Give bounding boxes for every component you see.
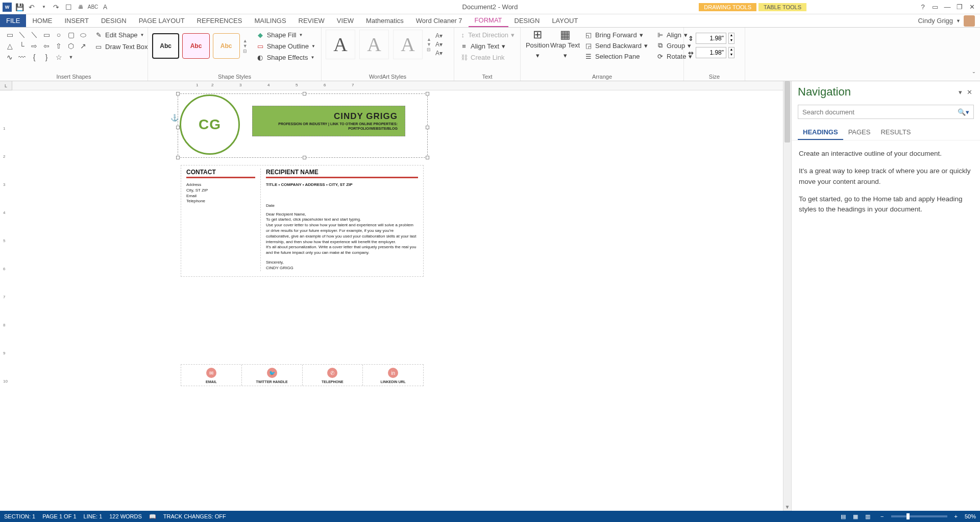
shape-style-preset-2[interactable]: Abc xyxy=(182,33,209,59)
selection-pane-button[interactable]: ☰Selection Pane xyxy=(583,51,649,61)
width-spinner[interactable]: ▲▼ xyxy=(728,47,734,58)
shape-width-input[interactable] xyxy=(696,47,726,58)
undo-dropdown-icon[interactable]: ▼ xyxy=(39,2,49,12)
status-words[interactable]: 122 WORDS xyxy=(109,513,142,519)
shape-style-preset-3[interactable]: Abc xyxy=(213,33,240,59)
handle-n[interactable] xyxy=(303,92,306,96)
print-layout-icon[interactable]: ▦ xyxy=(850,512,861,521)
scroll-down-icon[interactable]: ▼ xyxy=(783,504,791,510)
nav-tab-pages[interactable]: PAGES xyxy=(843,125,876,140)
tab-word-cleaner[interactable]: Word Cleaner 7 xyxy=(410,14,469,27)
create-link-button[interactable]: ⛓Create Link xyxy=(458,52,516,62)
shape-line-icon[interactable]: ＼ xyxy=(16,30,28,40)
shape-fill-button[interactable]: ◆Shape Fill ▼ xyxy=(255,30,317,40)
header-banner[interactable]: CINDY GRIGG PROFESSION OR INDUSTRY | LIN… xyxy=(252,106,405,136)
shape-style-preset-1[interactable]: Abc xyxy=(152,33,179,59)
quick-print-icon[interactable]: 🖶 xyxy=(76,2,86,12)
shape-elbow-icon[interactable]: └ xyxy=(16,41,28,51)
shape-outline-button[interactable]: ▭Shape Outline ▼ xyxy=(255,41,317,51)
text-direction-button[interactable]: ↕Text Direction▾ xyxy=(458,30,516,40)
status-line[interactable]: LINE: 1 xyxy=(84,513,103,519)
shape-more1-icon[interactable]: ⬭ xyxy=(78,30,89,40)
wa-down-icon[interactable]: ▼ xyxy=(427,42,431,47)
tab-review[interactable]: REVIEW xyxy=(292,14,331,27)
gallery-down-icon[interactable]: ▼ xyxy=(243,43,248,49)
tab-insert[interactable]: INSERT xyxy=(58,14,94,27)
handle-se[interactable] xyxy=(426,156,429,159)
height-spinner[interactable]: ▲▼ xyxy=(728,33,734,44)
wa-more-icon[interactable]: ⊟ xyxy=(427,47,431,52)
wa-up-icon[interactable]: ▲ xyxy=(427,37,431,42)
spell-check-icon[interactable]: ABC xyxy=(88,2,98,12)
handle-e[interactable] xyxy=(426,126,429,129)
nav-tab-results[interactable]: RESULTS xyxy=(875,125,916,140)
scroll-thumb[interactable] xyxy=(785,81,790,143)
wordart-preset-3[interactable]: A xyxy=(393,30,423,59)
shape-curve2-icon[interactable]: 〰 xyxy=(16,52,28,62)
zoom-out-icon[interactable]: − xyxy=(880,513,884,519)
proofing-icon[interactable]: 📖 xyxy=(149,513,156,520)
text-effects-icon[interactable]: A▾ xyxy=(435,50,443,57)
tab-table-layout[interactable]: LAYOUT xyxy=(546,14,584,27)
shape-arrow3-icon[interactable]: ⇧ xyxy=(53,41,64,51)
tab-page-layout[interactable]: PAGE LAYOUT xyxy=(133,14,191,27)
horizontal-ruler[interactable]: 12 34 56 7 xyxy=(12,81,783,90)
tab-mathematics[interactable]: Mathematics xyxy=(360,14,410,27)
undo-icon[interactable]: ↶ xyxy=(27,2,37,12)
shape-oval-icon[interactable]: ○ xyxy=(53,30,64,40)
nav-dropdown-icon[interactable]: ▾ xyxy=(955,88,965,96)
gallery-up-icon[interactable]: ▲ xyxy=(243,38,248,43)
wordart-preset-2[interactable]: A xyxy=(359,30,389,59)
shape-rect-icon[interactable]: ▭ xyxy=(41,30,52,40)
shapes-gallery[interactable]: ▭ ＼ ＼ ▭ ○ ▢ ⬭ △ └ ⇨ ⇦ ⇧ ⬡ ↗ ∿ 〰 { } ☆ ▼ xyxy=(4,30,89,62)
draw-text-box-button[interactable]: ▭Draw Text Box xyxy=(93,41,150,52)
zoom-thumb[interactable] xyxy=(906,513,910,519)
help-icon[interactable]: ? xyxy=(918,2,928,12)
tab-home[interactable]: HOME xyxy=(26,14,58,27)
vertical-scrollbar[interactable]: ▼ xyxy=(783,81,791,511)
read-mode-icon[interactable]: ▤ xyxy=(838,512,849,521)
shape-arrow4-icon[interactable]: ↗ xyxy=(78,41,89,51)
zoom-in-icon[interactable]: + xyxy=(954,513,958,519)
restore-icon[interactable]: ❐ xyxy=(954,2,965,12)
redo-icon[interactable]: ↷ xyxy=(51,2,61,12)
wordart-preset-1[interactable]: A xyxy=(326,30,355,59)
handle-ne[interactable] xyxy=(426,92,429,96)
ruler-corner[interactable]: L xyxy=(0,81,12,90)
bring-forward-button[interactable]: ◱Bring Forward ▾ xyxy=(583,30,649,40)
shape-line2-icon[interactable]: ＼ xyxy=(29,30,40,40)
tab-mailings[interactable]: MAILINGS xyxy=(248,14,292,27)
edit-shape-button[interactable]: ✎Edit Shape ▼ xyxy=(93,30,150,40)
gallery-more-icon[interactable]: ⊟ xyxy=(243,49,248,54)
align-text-button[interactable]: ≡Align Text▾ xyxy=(458,41,516,51)
search-icon[interactable]: 🔍▾ xyxy=(958,108,969,116)
initials-circle[interactable]: CG xyxy=(180,94,240,155)
shape-effects-button[interactable]: ◐Shape Effects ▼ xyxy=(255,52,317,62)
handle-nw[interactable] xyxy=(176,92,180,96)
tab-design[interactable]: DESIGN xyxy=(95,14,133,27)
zoom-level[interactable]: 50% xyxy=(965,513,976,519)
send-backward-button[interactable]: ◲Send Backward ▾ xyxy=(583,40,649,51)
collapse-ribbon-button[interactable]: ˇ xyxy=(968,28,980,81)
handle-sw[interactable] xyxy=(176,156,180,159)
shape-hex-icon[interactable]: ⬡ xyxy=(65,41,77,51)
position-button[interactable]: ⊞Position▾ xyxy=(525,30,550,61)
shape-arrow-icon[interactable]: ⇨ xyxy=(29,41,40,51)
nav-tab-headings[interactable]: HEADINGS xyxy=(798,125,843,140)
shape-height-input[interactable] xyxy=(696,33,726,44)
nav-search-input[interactable] xyxy=(802,108,958,116)
font-color-icon[interactable]: A xyxy=(100,2,110,12)
tab-format[interactable]: FORMAT xyxy=(469,14,508,27)
close-icon[interactable]: ✕ xyxy=(967,2,977,12)
tab-file[interactable]: FILE xyxy=(0,14,26,27)
save-icon[interactable]: 💾 xyxy=(14,2,24,12)
handle-w[interactable] xyxy=(176,126,180,129)
nav-search[interactable]: 🔍▾ xyxy=(798,105,974,119)
tab-view[interactable]: VIEW xyxy=(331,14,360,27)
zoom-slider[interactable] xyxy=(891,515,947,517)
tab-references[interactable]: REFERENCES xyxy=(191,14,249,27)
tab-table-design[interactable]: DESIGN xyxy=(508,14,546,27)
shape-star-icon[interactable]: ☆ xyxy=(53,52,64,62)
shape-brace-l-icon[interactable]: { xyxy=(29,52,40,62)
user-account[interactable]: Cindy Grigg ▼ xyxy=(918,14,980,27)
